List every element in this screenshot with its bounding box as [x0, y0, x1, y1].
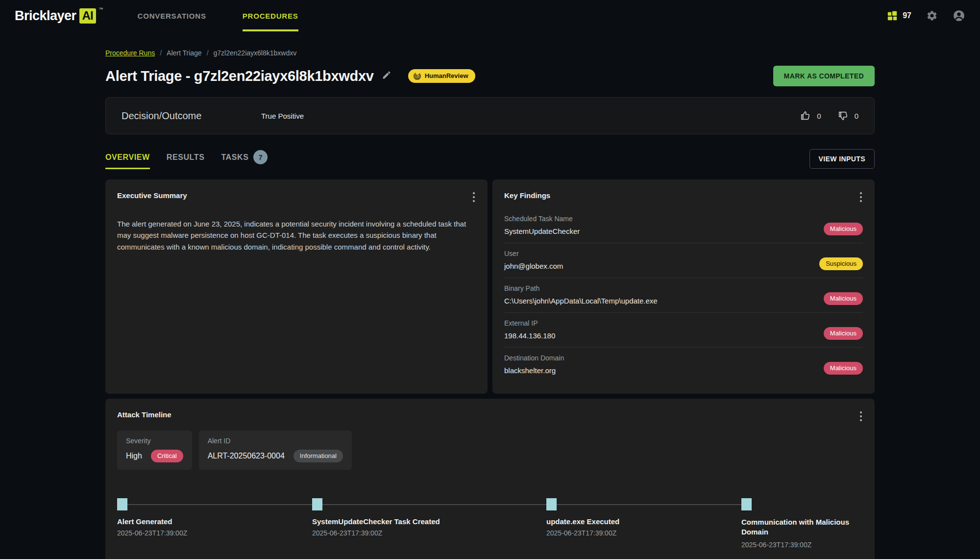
tab-tasks-label: TASKS	[221, 153, 248, 162]
finding-row-user: User john@globex.com Suspicious	[504, 243, 863, 278]
finding-severity-badge: Malicious	[824, 292, 863, 305]
timeline-event-title: Alert Generated	[117, 517, 294, 526]
finding-severity-badge: Malicious	[824, 223, 863, 235]
thumbs-up-button[interactable]: 0	[800, 110, 821, 121]
executive-summary-card: Executive Summary The alert generated on…	[105, 179, 488, 394]
timeline-marker	[741, 498, 752, 510]
timeline-marker	[546, 498, 557, 510]
pencil-icon	[382, 70, 392, 80]
thumbs-down-button[interactable]: 0	[838, 110, 858, 121]
key-findings-menu-button[interactable]	[858, 190, 864, 204]
tab-tasks[interactable]: TASKS 7	[221, 150, 268, 172]
nav-tab-procedures[interactable]: PROCEDURES	[243, 0, 298, 31]
finding-severity-badge: Malicious	[824, 362, 863, 375]
timeline-event-task-created: SystemUpdateChecker Task Created 2025-06…	[312, 498, 523, 537]
page-content: Procedure Runs / Alert Triage / g7zl2en2…	[105, 49, 875, 559]
attack-timeline-menu-button[interactable]	[858, 409, 864, 423]
critical-badge: Critical	[151, 450, 183, 462]
informational-badge: Informational	[294, 450, 343, 462]
breadcrumb-separator: /	[207, 49, 209, 57]
breadcrumb-procedure-runs[interactable]: Procedure Runs	[105, 49, 155, 57]
finding-row-destination-domain: Destination Domain blackshelter.org Mali…	[504, 348, 863, 382]
finding-severity-badge: Suspicious	[819, 257, 863, 270]
finding-row-scheduled-task: Scheduled Task Name SystemUpdateChecker …	[504, 208, 863, 243]
credits-count: 97	[903, 11, 911, 20]
timeline-event-malicious-communication: Communication with Malicious Domain 2025…	[741, 498, 849, 549]
key-findings-list: Scheduled Task Name SystemUpdateChecker …	[504, 208, 863, 382]
trademark-mark: ™	[99, 7, 103, 12]
finding-label: Destination Domain	[504, 354, 564, 362]
timeline-event-title: update.exe Executed	[546, 517, 733, 526]
decision-outcome-panel: Decision/Outcome True Positive 0 0	[105, 97, 875, 134]
thumbs-down-icon	[838, 110, 849, 121]
tab-results[interactable]: RESULTS	[167, 153, 205, 169]
primary-nav: CONVERSATIONS PROCEDURES	[138, 0, 298, 31]
decision-value: True Positive	[261, 112, 304, 120]
timeline-event-title: Communication with Malicious Domain	[741, 517, 849, 537]
view-inputs-button[interactable]: VIEW INPUTS	[809, 149, 875, 169]
finding-severity-badge: Malicious	[824, 327, 863, 340]
nav-right-controls: 97	[887, 0, 965, 31]
brand-logo[interactable]: Bricklayer AI ™	[15, 0, 103, 31]
settings-button[interactable]	[926, 10, 938, 22]
human-review-badge: HumanReview	[408, 69, 475, 83]
page-title: Alert Triage - g7zl2en22iayx6l8k1bxwdxv	[105, 68, 374, 84]
breadcrumb: Procedure Runs / Alert Triage / g7zl2en2…	[105, 49, 875, 57]
executive-summary-body: The alert generated on June 23, 2025, in…	[117, 218, 476, 253]
key-findings-title: Key Findings	[504, 191, 863, 200]
avatar-icon	[953, 9, 965, 22]
breadcrumb-alert-triage: Alert Triage	[167, 49, 202, 57]
nav-tab-conversations[interactable]: CONVERSATIONS	[138, 0, 206, 31]
finding-value: john@globex.com	[504, 262, 563, 270]
timeline-marker	[312, 498, 322, 510]
edit-title-button[interactable]	[382, 70, 392, 82]
alert-id-value: ALRT-20250623-0004	[208, 452, 285, 460]
alert-meta-chips: Severity High Critical Alert ID ALRT-202…	[117, 431, 863, 470]
attack-timeline-title: Attack Timeline	[117, 410, 863, 419]
content-tabs: OVERVIEW RESULTS TASKS 7 VIEW INPUTS	[105, 149, 875, 173]
timeline-event-timestamp: 2025-06-23T17:39:00Z	[312, 529, 523, 537]
breadcrumb-separator: /	[160, 49, 162, 57]
account-button[interactable]	[953, 9, 965, 22]
thumbs-down-count: 0	[855, 112, 858, 120]
finding-value: blackshelter.org	[504, 366, 564, 375]
finding-value: SystemUpdateChecker	[504, 227, 580, 235]
top-navigation: Bricklayer AI ™ CONVERSATIONS PROCEDURES…	[0, 0, 980, 31]
severity-chip: Severity High Critical	[117, 431, 192, 470]
alert-id-label: Alert ID	[208, 437, 343, 445]
tab-overview[interactable]: OVERVIEW	[105, 153, 150, 169]
key-findings-card: Key Findings Scheduled Task Name SystemU…	[492, 179, 875, 394]
severity-label: Severity	[126, 437, 183, 445]
gear-icon	[926, 10, 938, 22]
timeline-track: Alert Generated 2025-06-23T17:39:00Z Sys…	[117, 498, 863, 559]
human-review-label: HumanReview	[425, 72, 468, 79]
timeline-event-title: SystemUpdateChecker Task Created	[312, 517, 523, 526]
overview-cards: Executive Summary The alert generated on…	[105, 179, 875, 394]
feedback-votes: 0 0	[800, 110, 858, 121]
finding-row-external-ip: External IP 198.44.136.180 Malicious	[504, 313, 863, 348]
timeline-event-timestamp: 2025-06-23T17:39:00Z	[117, 529, 294, 537]
timeline-event-alert-generated: Alert Generated 2025-06-23T17:39:00Z	[117, 498, 294, 537]
apps-grid-icon	[887, 10, 898, 21]
tasks-count-badge: 7	[253, 150, 268, 164]
alert-id-chip: Alert ID ALRT-20250623-0004 Informationa…	[199, 431, 352, 470]
finding-label: Binary Path	[504, 284, 658, 292]
thumbs-up-count: 0	[817, 112, 821, 120]
mark-as-completed-button[interactable]: MARK AS COMPLETED	[773, 66, 875, 86]
finding-label: Scheduled Task Name	[504, 215, 580, 223]
credits-indicator[interactable]: 97	[887, 10, 911, 21]
severity-value: High	[126, 452, 142, 460]
finding-value: 198.44.136.180	[504, 331, 555, 340]
breadcrumb-run-id: g7zl2en22iayx6l8k1bxwdxv	[214, 49, 297, 57]
brand-ai-badge: AI	[79, 8, 96, 24]
timeline-event-update-executed: update.exe Executed 2025-06-23T17:39:00Z	[546, 498, 733, 537]
attack-timeline-card: Attack Timeline Severity High Critical A…	[105, 399, 875, 559]
timeline-event-timestamp: 2025-06-23T17:39:00Z	[546, 529, 733, 537]
executive-summary-menu-button[interactable]	[471, 190, 477, 204]
executive-summary-title: Executive Summary	[117, 191, 476, 200]
finding-label: External IP	[504, 319, 555, 327]
finding-row-binary-path: Binary Path C:\Users\john\AppData\Local\…	[504, 278, 863, 313]
fingerprint-icon	[413, 72, 421, 80]
finding-label: User	[504, 250, 563, 257]
timeline-event-timestamp: 2025-06-23T17:39:00Z	[741, 541, 849, 549]
